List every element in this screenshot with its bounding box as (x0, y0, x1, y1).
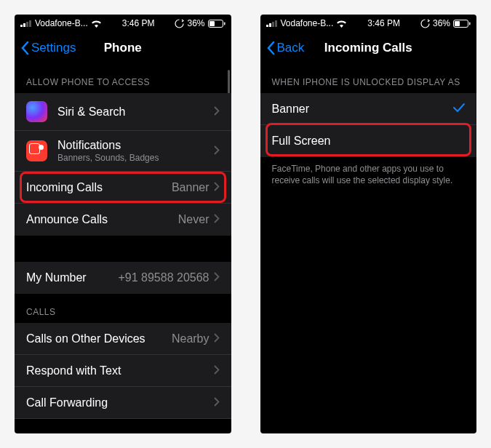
cell-value: +91 89588 20568 (118, 271, 209, 284)
option-label: Banner (272, 103, 454, 116)
cell-label: Notifications Banners, Sounds, Badges (57, 139, 214, 163)
cell-label: My Number (26, 271, 118, 284)
cell-respond-text[interactable]: Respond with Text (15, 355, 231, 387)
phone-settings-screen: Vodafone-B... 3:46 PM 36% Settings Phone… (15, 15, 231, 433)
cell-value: Nearby (172, 332, 209, 345)
option-label: Full Screen (272, 135, 466, 148)
chevron-right-icon (214, 332, 220, 345)
section-header-calls: CALLS (15, 294, 231, 323)
content-scroll[interactable]: WHEN IPHONE IS UNLOCKED DISPLAY AS Banne… (260, 64, 477, 433)
back-button[interactable]: Settings (20, 41, 76, 55)
option-banner[interactable]: Banner (260, 93, 477, 125)
svg-rect-5 (209, 21, 215, 26)
notifications-icon (26, 140, 47, 161)
battery-percent: 36% (187, 18, 204, 28)
svg-rect-6 (224, 22, 225, 25)
chevron-right-icon (214, 364, 220, 377)
carrier-label: Vodafone-B... (35, 18, 88, 28)
chevron-right-icon (214, 271, 220, 284)
svg-rect-2 (26, 22, 28, 27)
cell-label: Call Forwarding (26, 396, 214, 409)
cell-siri-search[interactable]: Siri & Search (15, 93, 231, 131)
cell-announce-calls[interactable]: Announce Calls Never (15, 204, 231, 236)
svg-rect-1 (23, 23, 25, 27)
cell-other-devices[interactable]: Calls on Other Devices Nearby (15, 323, 231, 355)
cell-notifications[interactable]: Notifications Banners, Sounds, Badges (15, 131, 231, 172)
battery-icon (453, 20, 471, 28)
cell-label: Respond with Text (26, 364, 214, 377)
cell-call-forwarding[interactable]: Call Forwarding (15, 387, 231, 419)
page-title: Incoming Calls (324, 41, 412, 55)
chevron-right-icon (214, 105, 220, 119)
svg-rect-12 (455, 21, 460, 26)
checkmark-icon (453, 103, 465, 116)
svg-rect-10 (275, 20, 277, 27)
svg-rect-13 (469, 22, 471, 25)
cell-value: Banner (172, 181, 209, 194)
svg-rect-9 (272, 22, 274, 27)
back-label: Back (277, 41, 305, 55)
svg-rect-8 (269, 23, 271, 27)
back-button[interactable]: Back (266, 41, 305, 55)
chevron-right-icon (214, 145, 220, 158)
cell-my-number[interactable]: My Number +91 89588 20568 (15, 262, 231, 294)
option-full-screen[interactable]: Full Screen (260, 125, 477, 157)
sync-icon (175, 19, 184, 28)
status-bar: Vodafone-B... 3:46 PM 36% (260, 15, 477, 32)
svg-rect-3 (29, 20, 31, 27)
time-label: 3:46 PM (122, 18, 155, 28)
status-bar: Vodafone-B... 3:46 PM 36% (15, 15, 231, 32)
back-label: Settings (31, 41, 76, 55)
signal-icon (266, 20, 278, 27)
carrier-label: Vodafone-B... (281, 18, 334, 28)
content-scroll[interactable]: ALLOW PHONE TO ACCESS Siri & Search Noti… (15, 64, 231, 433)
chevron-left-icon (20, 41, 29, 55)
chevron-right-icon (214, 213, 220, 226)
svg-rect-0 (20, 25, 23, 27)
signal-icon (20, 20, 32, 27)
section-footer: FaceTime, Phone and other apps you use t… (260, 157, 477, 192)
section-header-allow: ALLOW PHONE TO ACCESS (15, 64, 231, 93)
incoming-calls-screen: Vodafone-B... 3:46 PM 36% Back Incoming … (260, 15, 477, 433)
siri-icon (26, 101, 47, 122)
nav-bar: Back Incoming Calls (260, 32, 477, 64)
cell-value: Never (178, 213, 209, 226)
section-header-display: WHEN IPHONE IS UNLOCKED DISPLAY AS (260, 64, 477, 93)
chevron-right-icon (214, 396, 220, 409)
battery-icon (208, 20, 225, 28)
cell-label: Calls on Other Devices (26, 332, 172, 345)
sync-icon (420, 19, 430, 28)
wifi-icon (91, 20, 102, 28)
time-label: 3:46 PM (367, 18, 400, 28)
chevron-left-icon (266, 41, 275, 55)
wifi-icon (336, 20, 347, 28)
cell-subtitle: Banners, Sounds, Badges (57, 153, 214, 163)
cell-incoming-calls[interactable]: Incoming Calls Banner (15, 172, 231, 204)
battery-percent: 36% (433, 18, 450, 28)
svg-rect-7 (266, 25, 268, 27)
cell-label: Siri & Search (57, 105, 214, 119)
cell-label: Incoming Calls (26, 181, 172, 194)
chevron-right-icon (214, 181, 220, 194)
cell-label: Announce Calls (26, 213, 178, 226)
nav-bar: Settings Phone (15, 32, 231, 64)
page-title: Phone (104, 41, 142, 55)
